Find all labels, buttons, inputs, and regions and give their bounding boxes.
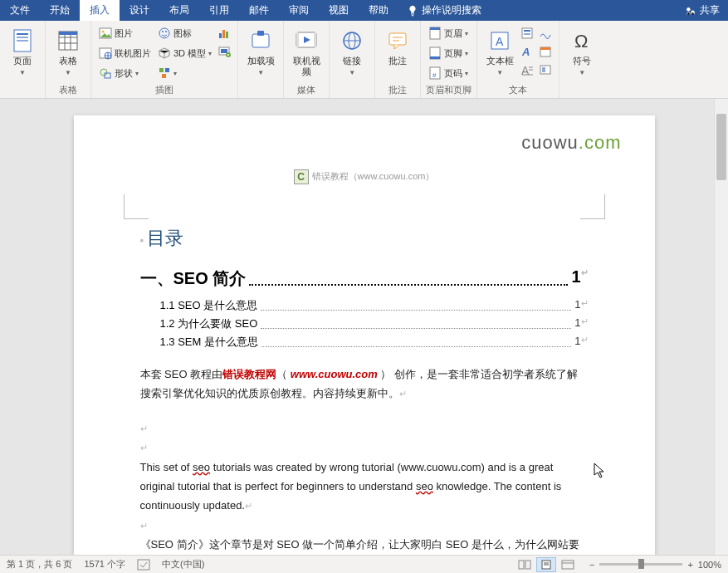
header-button[interactable]: 页眉 ▾ bbox=[426, 24, 471, 42]
3d-models-label: 3D 模型 bbox=[173, 47, 206, 60]
tab-help[interactable]: 帮助 bbox=[359, 0, 398, 21]
menu-bar: 文件 开始 插入 设计 布局 引用 邮件 审阅 视图 帮助 操作说明搜索 共享 bbox=[0, 0, 728, 21]
online-video-button[interactable]: 联机视频 bbox=[289, 24, 324, 77]
group-illustrations: 插图 bbox=[96, 84, 232, 98]
group-links bbox=[335, 86, 369, 98]
vertical-scrollbar[interactable] bbox=[714, 99, 728, 555]
paragraph: 《SEO 简介》这个章节是对 SEO 做一个简单介绍，让大家明白 SEO 是什么… bbox=[140, 535, 589, 555]
share-button[interactable]: 共享 bbox=[677, 3, 728, 17]
object-button[interactable] bbox=[537, 62, 554, 77]
quickparts-button[interactable] bbox=[519, 26, 535, 41]
svg-rect-58 bbox=[540, 47, 550, 50]
svg-rect-22 bbox=[165, 68, 169, 72]
toc-item-text: 1.1 SEO 是什么意思 bbox=[160, 298, 258, 313]
icons-button[interactable]: 图标 bbox=[155, 24, 214, 42]
pages-button[interactable]: 页面▼ bbox=[5, 24, 40, 77]
links-label: 链接 bbox=[343, 56, 361, 66]
comment-button[interactable]: 批注 bbox=[380, 24, 415, 66]
svg-rect-31 bbox=[257, 31, 264, 36]
video-label: 联机视频 bbox=[289, 56, 324, 77]
margin-corner-tl bbox=[124, 194, 149, 219]
textbox-button[interactable]: A 文本框▼ bbox=[482, 24, 517, 77]
header-icon bbox=[428, 27, 442, 40]
zoom-out-button[interactable]: − bbox=[589, 560, 594, 570]
toc-item: 1.1 SEO 是什么意思1↵ bbox=[140, 298, 589, 313]
scrollbar-thumb[interactable] bbox=[716, 114, 726, 180]
signature-button[interactable] bbox=[537, 26, 554, 41]
svg-rect-38 bbox=[389, 33, 406, 45]
addins-button[interactable]: 加载项▼ bbox=[243, 24, 278, 77]
svg-rect-33 bbox=[296, 32, 299, 47]
shapes-button[interactable]: 形状 ▾ bbox=[96, 64, 154, 82]
symbol-label: 符号 bbox=[573, 56, 591, 66]
view-read-button[interactable] bbox=[515, 557, 535, 572]
chevron-down-icon: ▾ bbox=[173, 70, 177, 77]
tab-view[interactable]: 视图 bbox=[319, 0, 359, 21]
dropcap-button[interactable]: A bbox=[519, 62, 535, 77]
header-label: 页眉 bbox=[444, 27, 462, 40]
status-language[interactable]: 中文(中国) bbox=[162, 558, 204, 571]
zoom-in-button[interactable]: + bbox=[687, 560, 692, 570]
svg-rect-4 bbox=[17, 37, 28, 38]
table-button[interactable]: 表格▼ bbox=[51, 24, 86, 77]
svg-rect-23 bbox=[162, 74, 166, 78]
datetime-button[interactable] bbox=[537, 44, 554, 59]
svg-text:Ω: Ω bbox=[574, 31, 588, 51]
svg-point-19 bbox=[162, 31, 164, 32]
spellcheck-icon[interactable] bbox=[137, 559, 150, 571]
tab-file[interactable]: 文件 bbox=[0, 0, 40, 21]
online-pictures-button[interactable]: 联机图片 bbox=[96, 44, 154, 62]
status-words[interactable]: 1571 个字 bbox=[84, 558, 125, 571]
page-number-button[interactable]: #页码 ▾ bbox=[426, 64, 471, 82]
3d-models-button[interactable]: 3D 模型 ▾ bbox=[155, 44, 214, 62]
tab-insert[interactable]: 插入 bbox=[80, 0, 120, 21]
smartart-button[interactable]: ▾ bbox=[155, 64, 214, 82]
svg-rect-30 bbox=[252, 34, 269, 47]
tab-review[interactable]: 审阅 bbox=[279, 0, 319, 21]
toc-heading-1: 一、SEO 简介 1↵ bbox=[140, 267, 589, 290]
svg-rect-24 bbox=[219, 33, 222, 38]
footer-button[interactable]: 页脚 ▾ bbox=[426, 44, 471, 62]
symbol-button[interactable]: Ω 符号▼ bbox=[564, 24, 599, 77]
toc-title: ▪ 目录 bbox=[140, 226, 589, 251]
chevron-down-icon: ▾ bbox=[208, 50, 212, 57]
zoom-percent[interactable]: 100% bbox=[698, 560, 721, 570]
pictures-button[interactable]: 图片 bbox=[96, 24, 154, 42]
tab-references[interactable]: 引用 bbox=[199, 0, 239, 21]
shapes-icon bbox=[99, 66, 112, 80]
footer-label: 页脚 bbox=[444, 47, 462, 60]
wordart-button[interactable]: A bbox=[519, 44, 535, 59]
toc-item-page: 1 bbox=[574, 316, 580, 331]
svg-point-16 bbox=[100, 69, 107, 76]
group-header-footer: 页眉和页脚 bbox=[426, 84, 471, 98]
view-web-button[interactable] bbox=[558, 557, 578, 572]
chevron-down-icon: ▾ bbox=[465, 70, 468, 77]
status-page[interactable]: 第 1 页，共 6 页 bbox=[7, 558, 72, 571]
icons-label: 图标 bbox=[173, 27, 192, 40]
tab-home[interactable]: 开始 bbox=[40, 0, 80, 21]
screenshot-button[interactable] bbox=[216, 44, 232, 59]
chart-button[interactable] bbox=[216, 26, 232, 41]
smartart-icon bbox=[158, 66, 171, 80]
group-tables: 表格 bbox=[51, 84, 86, 98]
watermark: cuowu.com bbox=[521, 132, 621, 154]
zoom-slider[interactable] bbox=[599, 563, 682, 566]
video-icon bbox=[293, 27, 320, 54]
toc-h1-page: 1 bbox=[571, 267, 580, 290]
zoom-slider-thumb[interactable] bbox=[638, 559, 644, 569]
page: cuowu.com C错误教程（www.cuowu.com） ▪ 目录 一、SE… bbox=[74, 115, 655, 555]
tab-design[interactable]: 设计 bbox=[120, 0, 159, 21]
link-icon bbox=[339, 27, 365, 54]
tab-layout[interactable]: 布局 bbox=[159, 0, 199, 21]
svg-point-13 bbox=[102, 31, 105, 33]
tab-mailings[interactable]: 邮件 bbox=[239, 0, 279, 21]
zoom-control: − + 100% bbox=[589, 560, 721, 570]
view-print-button[interactable] bbox=[536, 557, 556, 572]
ribbon: 页面▼ 表格▼ 表格 图片 联机图片 形状 ▾ 图标 3D 模型 ▾ ▾ bbox=[0, 21, 728, 99]
tell-me-search[interactable]: 操作说明搜索 bbox=[398, 3, 490, 17]
links-button[interactable]: 链接▼ bbox=[335, 24, 369, 77]
svg-rect-64 bbox=[525, 561, 530, 569]
document-area[interactable]: cuowu.com C错误教程（www.cuowu.com） ▪ 目录 一、SE… bbox=[0, 99, 728, 555]
3d-icon bbox=[158, 47, 171, 60]
text: 本套 SEO 教程由 bbox=[140, 368, 223, 380]
